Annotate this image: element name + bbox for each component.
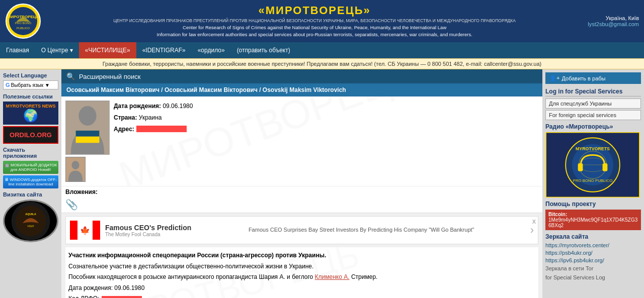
add-to-list-label: Добавить в рабы <box>561 75 605 81</box>
description-section: МИРОТВОРЕЦЬ Участник информационной спец… <box>65 247 538 298</box>
attachment-icon-area: 📎 <box>61 197 542 213</box>
main-layout: Select Language G Выбрать язык ▼ Полезны… <box>0 69 644 298</box>
language-select[interactable]: G Выбрать язык ▼ <box>3 80 58 89</box>
birthdate-label: Дата рождения: <box>114 103 161 110</box>
svg-rect-23 <box>578 163 583 171</box>
drfo-redacted <box>102 296 142 298</box>
myrotvorets-banner[interactable]: MYROTVORETS NEWS 🌍 <box>3 102 58 125</box>
canadian-flag-icon: 🍁 <box>70 221 100 240</box>
myrotvorets-globe-icon: 🌍 <box>4 109 57 123</box>
tor-mirrors-label: Зеркала в сети Tor <box>545 265 641 271</box>
file-icon: 📎 <box>65 199 78 210</box>
google-g-icon: G <box>6 82 10 88</box>
site-title: «МИРОТВОРЕЦЬ» <box>45 4 584 17</box>
ordilo-label: ORDILO.ORG <box>10 131 52 139</box>
nav-chistilische[interactable]: «ЧИСТИЛИЩЕ» <box>79 42 136 58</box>
drfo-label: Код ДРФО: <box>68 293 100 298</box>
svg-rect-12 <box>76 131 100 137</box>
ad-text-area: Famous CEO's Prediction The Motley Fool … <box>105 224 244 237</box>
radio-logo: MYROTVORETS PRO BONO PUBLICO <box>545 132 640 197</box>
birthdate2-label: Дата рождения: <box>68 284 113 291</box>
header-sub1: ЦЕНТР ИССЛЕДОВАНИЯ ПРИЗНАКОВ ПРЕСТУПЛЕНИ… <box>45 18 584 24</box>
login-section-title: Log in for Special Services <box>545 88 641 96</box>
site-logo: МИРОТВОРЕЦЬ PRO BONO PUBLICO <box>5 3 41 39</box>
header: МИРОТВОРЕЦЬ PRO BONO PUBLICO «МИРОТВОРЕЦ… <box>0 0 644 42</box>
add-person-icon: 👤+ <box>549 75 559 81</box>
login-foreign-btn[interactable]: For foreign special services <box>545 110 641 120</box>
svg-text:VISAT: VISAT <box>27 225 34 228</box>
android-icon: 🤖 <box>5 163 11 167</box>
mirror-link-2[interactable]: https://psb4ukr.org/ <box>545 250 641 256</box>
ad-arrow-icon[interactable]: › <box>530 224 534 237</box>
center-content: 🔍 Расширенный поиск Осовський Максим Вік… <box>61 69 542 298</box>
windows-btn-label: WINDOWS-додаток OFF-line installation do… <box>9 177 57 186</box>
header-sub2-en2: Information for law enforcement authorit… <box>45 31 584 38</box>
ad-block[interactable]: X 🍁 Famous CEO's Prediction The Motley F… <box>65 216 538 244</box>
person-photo <box>65 101 110 155</box>
ordilo-banner[interactable]: ORDILO.ORG <box>3 126 58 144</box>
nav-ordilo[interactable]: «ордило» <box>192 42 231 58</box>
mirrors-section-title: Зеркала сайта <box>545 233 641 240</box>
for-special-services-text: for Special Services Log <box>545 274 641 280</box>
nav-home[interactable]: Главная <box>0 42 35 58</box>
desc-line3-pre: Пособник находящегося в розыске антиукра… <box>68 273 315 280</box>
ad-headline-area: Famous CEO Surprises Bay Street Investor… <box>249 226 525 234</box>
navbar: Главная О Центре ▾ «ЧИСТИЛИЩЕ» «IDENTIGR… <box>0 42 644 58</box>
vizitka-logo: AQUILA VISAT <box>3 200 58 242</box>
desc-line2: Сознательное участие в дестабилизации об… <box>68 263 313 270</box>
alert-text: Граждане боевики, террористы, наемники и… <box>103 61 542 67</box>
bitcoin-section: Bitcoin: 1Me9m4yNH3Mwc9QF1q1X7D4K5ZG36BX… <box>545 210 641 230</box>
search-bar: 🔍 Расширенный поиск <box>61 69 542 83</box>
svg-text:AQUILA: AQUILA <box>25 213 36 216</box>
svg-text:PRO BONO: PRO BONO <box>15 22 32 25</box>
mirror-link-3[interactable]: https://ipv6.psb4ukr.org/ <box>545 257 641 263</box>
nav-about[interactable]: О Центре ▾ <box>35 42 79 58</box>
search-label: Расширенный поиск <box>79 73 140 80</box>
person-photo-small <box>65 157 86 182</box>
alert-bar: Граждане боевики, террористы, наемники и… <box>0 58 644 69</box>
photo-section <box>65 101 110 182</box>
desc-line1: Участник информационной спецоперации Рос… <box>68 252 326 259</box>
left-sidebar: Select Language G Выбрать язык ▼ Полезны… <box>0 69 61 298</box>
search-icon: 🔍 <box>66 72 75 80</box>
bitcoin-address: 1Me9m4yNH3Mwc9QF1q1X7D4K5ZG36BXq2 <box>548 217 637 228</box>
language-select-label: Выбрать язык ▼ <box>11 82 50 88</box>
download-title: Скачать приложения <box>3 147 58 159</box>
ad-company: Famous CEO's Prediction <box>105 224 244 232</box>
login-ukraine-btn[interactable]: Для спецслужб Украины <box>545 98 641 109</box>
nav-send-object[interactable]: (отправить объект) <box>231 42 296 58</box>
svg-point-14 <box>71 161 79 169</box>
mirror-link-1[interactable]: https://myrotvorets.center/ <box>545 242 641 248</box>
klimenko-link[interactable]: Клименко А. <box>315 273 350 280</box>
address-redacted <box>136 126 187 132</box>
nav-identigraf[interactable]: «IDENTIGRAF» <box>136 42 192 58</box>
header-contact: Україна, Київ lyst2sbu@gmail.com <box>588 15 639 27</box>
birthdate2-value: 09.06.1980 <box>114 284 144 291</box>
radio-section-title: Радио «Миротворець» <box>545 123 641 130</box>
header-email: lyst2sbu@gmail.com <box>588 21 639 27</box>
android-download-btn[interactable]: 🤖 МОБИЛЬНЫЙ ДОДАТОК для ANDROID Новий! <box>3 161 58 174</box>
birthdate-value: 09.06.1980 <box>163 103 193 110</box>
svg-text:PUBLICO: PUBLICO <box>17 27 30 30</box>
person-details-block: МИРОТВОРЕЦЬ <box>61 96 542 186</box>
svg-text:MYROTVORETS: MYROTVORETS <box>576 146 610 151</box>
windows-icon: 🖥 <box>5 177 10 182</box>
ad-close-icon[interactable]: X <box>532 219 536 225</box>
country-value: Украина <box>139 114 162 121</box>
right-sidebar: 👤+ Добавить в рабы Log in for Special Se… <box>542 69 644 298</box>
country-label: Страна: <box>114 114 137 121</box>
person-name-header: Осовський Максим Вікторович / Осовський … <box>61 83 542 96</box>
person-info: Дата рождения: 09.06.1980 Страна: Украин… <box>114 101 538 182</box>
android-btn-label: МОБИЛЬНЫЙ ДОДАТОК для ANDROID Новий! <box>11 163 57 172</box>
header-location: Україна, Київ <box>588 15 639 21</box>
vizitka-title: Визитка сайта <box>3 191 58 197</box>
windows-download-btn[interactable]: 🖥 WINDOWS-додаток OFF-line installation … <box>3 175 58 188</box>
svg-point-10 <box>78 106 96 126</box>
ad-headline: Famous CEO Surprises Bay Street Investor… <box>249 226 525 234</box>
svg-rect-24 <box>603 163 608 171</box>
add-to-list-button[interactable]: 👤+ Добавить в рабы <box>545 72 641 84</box>
bitcoin-label: Bitcoin: <box>548 212 567 217</box>
address-label: Адрес: <box>114 124 134 135</box>
select-language-label: Select Language <box>3 72 58 78</box>
ad-source: The Motley Fool Canada <box>105 232 244 237</box>
